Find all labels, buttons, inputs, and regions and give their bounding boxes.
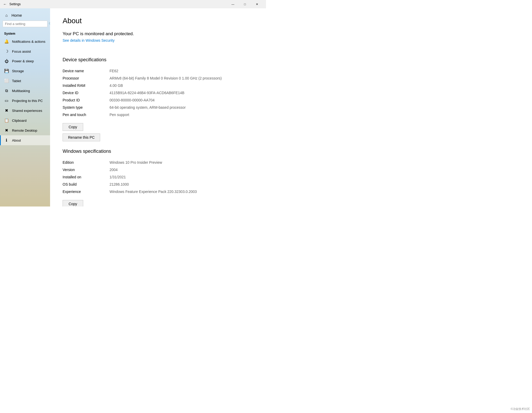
spec-label: Version: [63, 166, 110, 173]
spec-label: Installed on: [63, 173, 110, 181]
tablet-icon: ⬜: [4, 78, 9, 83]
spec-label: OS build: [63, 181, 110, 188]
table-row: Pen and touchPen support: [63, 111, 253, 118]
spec-value: Windows 10 Pro Insider Preview: [110, 159, 253, 166]
sidebar-item-label: Focus assist: [12, 50, 31, 53]
spec-label: Installed RAM: [63, 82, 110, 89]
sidebar-item-label: Clipboard: [12, 119, 27, 123]
search-input[interactable]: [5, 22, 49, 26]
home-icon: ⌂: [4, 13, 9, 17]
sidebar-item-focus[interactable]: ☽ Focus assist: [0, 46, 50, 56]
sidebar-section-label: System: [0, 30, 50, 37]
shared-icon: ✖: [4, 108, 9, 113]
minimize-button[interactable]: —: [227, 0, 239, 8]
sidebar-item-projecting[interactable]: ▭ Projecting to this PC: [0, 96, 50, 106]
sidebar-item-home[interactable]: ⌂ Home: [0, 8, 50, 21]
sidebar-item-label: Projecting to this PC: [12, 99, 43, 103]
multitasking-icon: ⧉: [4, 88, 9, 93]
back-button[interactable]: ←: [3, 2, 7, 6]
spec-label: Device name: [63, 67, 110, 75]
sidebar-item-remote[interactable]: ✖ Remote Desktop: [0, 125, 50, 135]
table-row: OS build21286.1000: [63, 181, 253, 188]
remote-icon: ✖: [4, 128, 9, 133]
spec-value: 21286.1000: [110, 181, 253, 188]
sidebar-item-tablet[interactable]: ⬜ Tablet: [0, 76, 50, 86]
app-body: ⌂ Home 🔍 System 🔔 Notifications & action…: [0, 8, 266, 207]
sidebar-search[interactable]: 🔍: [3, 21, 47, 27]
sidebar-item-label: Shared experiences: [12, 109, 42, 113]
home-label: Home: [11, 13, 22, 17]
sidebar-item-label: Notifications & actions: [12, 40, 45, 44]
spec-value: 64-bit operating system, ARM-based proce…: [110, 104, 253, 111]
spec-value: ARMv8 (64-bit) Family 8 Model 0 Revision…: [110, 75, 253, 82]
content-area: About Your PC is monitored and protected…: [50, 8, 266, 207]
sidebar-item-label: Remote Desktop: [12, 129, 37, 132]
storage-icon: 💾: [4, 69, 9, 73]
sidebar-item-label: Tablet: [12, 79, 21, 83]
spec-value: Pen support: [110, 111, 253, 118]
spec-value: Windows Feature Experience Pack 220.3230…: [110, 188, 253, 195]
spec-value: FE62: [110, 67, 253, 75]
table-row: Device nameFE62: [63, 67, 253, 75]
projecting-icon: ▭: [4, 98, 9, 103]
sidebar-item-label: Power & sleep: [12, 59, 34, 63]
about-icon: ℹ: [4, 138, 9, 143]
table-row: ProcessorARMv8 (64-bit) Family 8 Model 0…: [63, 75, 253, 82]
sidebar: ⌂ Home 🔍 System 🔔 Notifications & action…: [0, 8, 50, 207]
title-bar-title: Settings: [9, 2, 227, 6]
windows-spec-title: Windows specifications: [63, 149, 253, 154]
clipboard-icon: 📋: [4, 118, 9, 123]
spec-value: 1/31/2021: [110, 173, 253, 181]
spec-value: 4.00 GB: [110, 82, 253, 89]
table-row: Device ID4115B91A-8224-46B4-93FA-ACD6AB6…: [63, 89, 253, 96]
sidebar-item-label: About: [12, 138, 21, 142]
spec-label: Pen and touch: [63, 111, 110, 118]
spec-label: Device ID: [63, 89, 110, 96]
table-row: System type64-bit operating system, ARM-…: [63, 104, 253, 111]
spec-label: Experience: [63, 188, 110, 195]
windows-spec-table: EditionWindows 10 Pro Insider PreviewVer…: [63, 159, 253, 195]
sidebar-item-storage[interactable]: 💾 Storage: [0, 66, 50, 76]
table-row: ExperienceWindows Feature Experience Pac…: [63, 188, 253, 195]
spec-value: 2004: [110, 166, 253, 173]
close-button[interactable]: ✕: [251, 0, 263, 8]
windows-security-link[interactable]: See details in Windows Security: [63, 38, 114, 42]
page-title: About: [63, 17, 253, 25]
table-row: Product ID00330-80000-00000-AA704: [63, 96, 253, 104]
spec-label: System type: [63, 104, 110, 111]
power-icon: ⏻: [4, 59, 9, 63]
sidebar-item-notifications[interactable]: 🔔 Notifications & actions: [0, 37, 50, 46]
window-controls: — □ ✕: [227, 0, 263, 8]
sidebar-item-label: Storage: [12, 69, 24, 73]
focus-icon: ☽: [4, 49, 9, 54]
spec-label: Processor: [63, 75, 110, 82]
device-spec-table: Device nameFE62ProcessorARMv8 (64-bit) F…: [63, 67, 253, 118]
notifications-icon: 🔔: [4, 39, 9, 44]
copy-device-button[interactable]: Copy: [63, 123, 83, 131]
sidebar-item-shared[interactable]: ✖ Shared experiences: [0, 106, 50, 116]
table-row: Installed RAM4.00 GB: [63, 82, 253, 89]
rename-pc-button[interactable]: Rename this PC: [63, 133, 100, 141]
copy-windows-button[interactable]: Copy: [63, 200, 83, 207]
table-row: EditionWindows 10 Pro Insider Preview: [63, 159, 253, 166]
spec-label: Edition: [63, 159, 110, 166]
sidebar-item-multitasking[interactable]: ⧉ Multitasking: [0, 86, 50, 96]
spec-label: Product ID: [63, 96, 110, 104]
title-bar: ← Settings — □ ✕: [0, 0, 266, 8]
device-spec-title: Device specifications: [63, 57, 253, 63]
sidebar-item-label: Multitasking: [12, 89, 30, 93]
spec-value: 4115B91A-8224-46B4-93FA-ACD6AB6FE14B: [110, 89, 253, 96]
table-row: Installed on1/31/2021: [63, 173, 253, 181]
sidebar-item-clipboard[interactable]: 📋 Clipboard: [0, 116, 50, 125]
protection-status: Your PC is monitored and protected.: [63, 31, 253, 37]
table-row: Version2004: [63, 166, 253, 173]
maximize-button[interactable]: □: [239, 0, 251, 8]
spec-value: 00330-80000-00000-AA704: [110, 96, 253, 104]
sidebar-item-about[interactable]: ℹ About: [0, 135, 50, 145]
sidebar-item-power[interactable]: ⏻ Power & sleep: [0, 56, 50, 66]
